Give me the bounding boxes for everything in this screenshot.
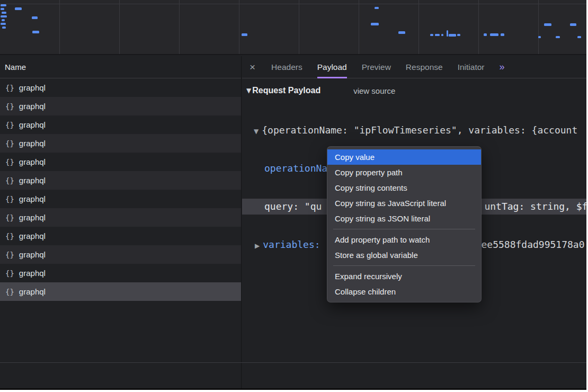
table-row[interactable]: {}graphql (0, 208, 241, 227)
json-braces-icon: {} (5, 84, 14, 92)
property-value-start: "qu (305, 201, 322, 212)
tab-initiator[interactable]: Initiator (458, 56, 485, 78)
request-name: graphql (19, 157, 46, 166)
timeline-bar (1, 4, 6, 6)
menu-item-store-as-global-variable[interactable]: Store as global variable (327, 247, 481, 263)
json-braces-icon: {} (5, 269, 14, 278)
menu-item-copy-property-path[interactable]: Copy property path (327, 165, 481, 180)
timeline-bar (242, 33, 247, 36)
menu-item-copy-string-js-literal[interactable]: Copy string as JavaScript literal (327, 195, 481, 211)
timeline-bar (484, 33, 487, 36)
request-name: graphql (19, 269, 46, 278)
timeline-bar (556, 36, 560, 38)
timeline-bar (1, 23, 6, 25)
section-title: Request Payload (252, 86, 320, 95)
json-braces-icon: {} (5, 158, 14, 166)
json-braces-icon: {} (5, 121, 14, 129)
menu-item-copy-string-contents[interactable]: Copy string contents (327, 180, 481, 195)
json-braces-icon: {} (5, 139, 14, 148)
timeline-bar (2, 12, 6, 14)
timeline-bar (371, 23, 379, 25)
property-value-end: ee5588fdad995178a0 (481, 239, 584, 250)
collapse-triangle-icon[interactable]: ▼ (254, 128, 259, 135)
request-name: graphql (19, 231, 46, 240)
table-row[interactable]: {}graphql (0, 190, 241, 208)
network-overview-timeline[interactable] (0, 0, 586, 55)
request-name: graphql (19, 176, 46, 185)
view-source-link[interactable]: view source (353, 86, 395, 95)
timeline-bar (449, 34, 456, 37)
json-braces-icon: {} (5, 232, 14, 240)
json-braces-icon: {} (5, 251, 14, 259)
timeline-bar (1, 8, 4, 10)
timeline-bar (2, 26, 6, 29)
timeline-bar (430, 34, 433, 36)
table-row[interactable]: {}graphql (0, 264, 241, 282)
request-name: graphql (19, 287, 46, 296)
timeline-bar (457, 34, 460, 36)
json-braces-icon: {} (5, 176, 14, 185)
timeline-bar (375, 7, 379, 9)
timeline-bar (538, 36, 541, 38)
json-braces-icon: {} (5, 213, 14, 222)
timeline-bar (544, 23, 551, 26)
request-name: graphql (19, 83, 46, 92)
timeline-bar (32, 16, 38, 19)
timeline-bar (2, 19, 5, 21)
table-row[interactable]: {}graphql (0, 227, 241, 245)
timeline-gridline (0, 4, 586, 4)
devtools-window: Name {}graphql {}graphql {}graphql {}gra… (0, 0, 586, 390)
timeline-bar (501, 33, 504, 36)
tab-response[interactable]: Response (406, 56, 443, 78)
timeline-bar (570, 23, 576, 26)
menu-separator (333, 229, 475, 229)
tab-preview[interactable]: Preview (362, 56, 391, 78)
details-tab-bar: × Headers Payload Preview Response Initi… (242, 56, 586, 78)
menu-item-copy-string-json-literal[interactable]: Copy string as JSON literal (327, 211, 481, 226)
payload-root-row[interactable]: ▼{operationName: "ipFlowTimeseries", var… (242, 122, 586, 138)
tab-headers[interactable]: Headers (271, 56, 302, 78)
request-payload-section-header: ▼ Request Payload view source (246, 86, 586, 95)
table-row[interactable]: {}graphql (0, 115, 241, 134)
table-row[interactable]: {}graphql (0, 171, 241, 190)
column-header-label: Name (5, 63, 26, 72)
summary-bar-divider (0, 362, 586, 363)
section-collapse-icon[interactable]: ▼ (246, 87, 251, 94)
timeline-bar (490, 33, 498, 36)
json-braces-icon: {} (5, 195, 14, 203)
requests-list: {}graphql {}graphql {}graphql {}graphql … (0, 78, 241, 301)
request-name: graphql (19, 102, 46, 111)
table-row[interactable]: {}graphql (0, 134, 241, 153)
tab-payload[interactable]: Payload (317, 56, 347, 78)
timeline-bar (32, 31, 39, 33)
timeline-bar (447, 30, 448, 37)
table-row-selected[interactable]: {}graphql (0, 282, 241, 301)
column-header-name[interactable]: Name (0, 56, 241, 78)
menu-item-copy-value[interactable]: Copy value (327, 149, 481, 165)
menu-item-add-property-path-to-watch[interactable]: Add property path to watch (327, 232, 481, 247)
timeline-bar (577, 36, 581, 38)
menu-item-collapse-children[interactable]: Collapse children (327, 284, 481, 299)
expand-triangle-icon[interactable]: ▶ (255, 242, 260, 250)
request-name: graphql (19, 120, 46, 129)
json-braces-icon: {} (5, 288, 14, 296)
timeline-bar (15, 7, 22, 10)
table-row[interactable]: {}graphql (0, 245, 241, 264)
requests-panel: Name {}graphql {}graphql {}graphql {}gra… (0, 56, 242, 388)
request-name: graphql (19, 139, 46, 148)
table-row[interactable]: {}graphql (0, 78, 241, 97)
property-key: query: (264, 201, 305, 212)
request-name: graphql (19, 250, 46, 259)
table-row[interactable]: {}graphql (0, 153, 241, 171)
payload-root-preview: {operationName: "ipFlowTimeseries", vari… (262, 124, 577, 136)
timeline-bar (435, 34, 440, 36)
menu-separator (333, 265, 475, 266)
more-tabs-icon[interactable]: » (500, 61, 504, 73)
timeline-bar (1, 15, 7, 17)
json-braces-icon: {} (5, 102, 14, 111)
close-icon[interactable]: × (250, 61, 255, 73)
menu-item-expand-recursively[interactable]: Expand recursively (327, 269, 481, 284)
timeline-bar (398, 31, 405, 34)
table-row[interactable]: {}graphql (0, 97, 241, 115)
context-menu: Copy value Copy property path Copy strin… (327, 146, 482, 302)
